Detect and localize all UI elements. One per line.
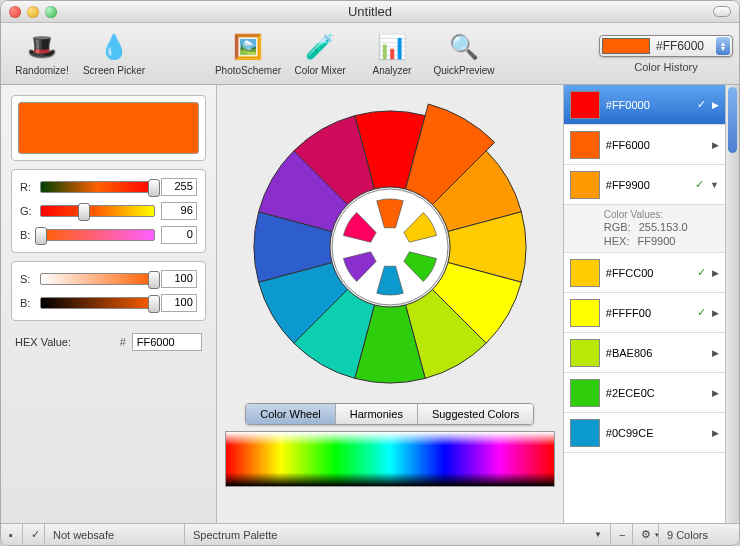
quickpreview-button[interactable]: 🔍 QuickPreview xyxy=(429,26,499,82)
disclosure-arrow-icon[interactable]: ▶ xyxy=(712,388,719,398)
history-item[interactable]: #FF9900 ✓ ▼ xyxy=(564,165,725,205)
sb-sliders: S: 100 B: 100 xyxy=(11,261,206,321)
disclosure-arrow-icon[interactable]: ▶ xyxy=(712,100,719,110)
history-list: #FF0000 ✓ ▶ #FF6000 ▶ #FF9900 ✓ ▼Color V… xyxy=(564,85,725,523)
center-panel: Color Wheel Harmonies Suggested Colors xyxy=(217,85,563,523)
g-slider[interactable] xyxy=(40,205,155,217)
history-swatch xyxy=(570,131,600,159)
s-value[interactable]: 100 xyxy=(161,270,197,288)
hex-dropdown[interactable]: #FF6000 ▲▼ xyxy=(599,35,733,57)
disclosure-arrow-icon[interactable]: ▶ xyxy=(712,348,719,358)
photoschemer-button[interactable]: 🖼️ PhotoSchemer xyxy=(213,26,283,82)
history-hex: #FF0000 xyxy=(606,99,691,111)
randomize-button[interactable]: 🎩 Randomize! xyxy=(7,26,77,82)
hex-dropdown-swatch xyxy=(602,38,650,54)
color-history-label: Color History xyxy=(634,61,698,73)
b2-slider[interactable] xyxy=(40,297,155,309)
disclosure-arrow-icon[interactable]: ▶ xyxy=(712,140,719,150)
current-swatch-box xyxy=(11,95,206,161)
history-item[interactable]: #FFFF00 ✓ ▶ xyxy=(564,293,725,333)
tab-color-wheel[interactable]: Color Wheel xyxy=(246,404,336,424)
status-bar: ▪ ✓ Not websafe Spectrum Palette▼ − ⚙▾ 9… xyxy=(1,523,739,545)
status-swatch-button[interactable]: ▪ xyxy=(1,524,23,545)
stepper-arrows-icon[interactable]: ▲▼ xyxy=(716,37,730,55)
history-swatch xyxy=(570,339,600,367)
mixer-icon: 🧪 xyxy=(304,31,336,63)
hex-dropdown-value: #FF6000 xyxy=(650,39,716,53)
b2-label: B: xyxy=(20,297,34,309)
history-item[interactable]: #BAE806 ▶ xyxy=(564,333,725,373)
analyzer-button[interactable]: 📊 Analyzer xyxy=(357,26,427,82)
b-label: B: xyxy=(20,229,34,241)
toolbar-toggle-button[interactable] xyxy=(713,6,731,17)
close-button[interactable] xyxy=(9,6,21,18)
history-hex: #0C99CE xyxy=(606,427,706,439)
disclosure-arrow-icon[interactable]: ▶ xyxy=(712,428,719,438)
history-swatch xyxy=(570,379,600,407)
zoom-button[interactable] xyxy=(45,6,57,18)
left-panel: R: 255 G: 96 B: 0 S: xyxy=(1,85,217,523)
history-item[interactable]: #FF0000 ✓ ▶ xyxy=(564,85,725,125)
current-color-swatch xyxy=(18,102,199,154)
history-scrollbar[interactable] xyxy=(725,85,739,523)
hex-hash: # xyxy=(120,336,126,348)
s-slider[interactable] xyxy=(40,273,155,285)
magnifier-icon: 🔍 xyxy=(448,31,480,63)
history-swatch xyxy=(570,91,600,119)
status-websafe: Not websafe xyxy=(45,524,185,545)
color-wheel[interactable] xyxy=(240,97,540,397)
status-gear-button[interactable]: ⚙▾ xyxy=(633,524,659,545)
minimize-button[interactable] xyxy=(27,6,39,18)
tab-harmonies[interactable]: Harmonies xyxy=(336,404,418,424)
hex-label: HEX Value: xyxy=(15,336,71,348)
history-hex: #2ECE0C xyxy=(606,387,706,399)
b-slider[interactable] xyxy=(40,229,155,241)
tab-suggested-colors[interactable]: Suggested Colors xyxy=(418,404,533,424)
history-item[interactable]: #FF6000 ▶ xyxy=(564,125,725,165)
history-hex: #BAE806 xyxy=(606,347,706,359)
check-icon: ✓ xyxy=(697,266,706,279)
check-icon: ✓ xyxy=(697,306,706,319)
s-label: S: xyxy=(20,273,34,285)
titlebar: Untitled xyxy=(1,1,739,23)
disclosure-arrow-icon[interactable]: ▶ xyxy=(712,308,719,318)
r-label: R: xyxy=(20,181,34,193)
status-count: 9 Colors xyxy=(659,524,739,545)
spectrum-palette[interactable] xyxy=(225,431,555,487)
status-check-button[interactable]: ✓ xyxy=(23,524,45,545)
color-history-panel: #FF0000 ✓ ▶ #FF6000 ▶ #FF9900 ✓ ▼Color V… xyxy=(563,85,739,523)
photo-icon: 🖼️ xyxy=(232,31,264,63)
status-minus-button[interactable]: − xyxy=(611,524,633,545)
center-tabs: Color Wheel Harmonies Suggested Colors xyxy=(245,403,534,425)
history-hex: #FFCC00 xyxy=(606,267,691,279)
check-icon: ✓ xyxy=(697,98,706,111)
g-value[interactable]: 96 xyxy=(161,202,197,220)
color-mixer-button[interactable]: 🧪 Color Mixer xyxy=(285,26,355,82)
history-item[interactable]: #FFCC00 ✓ ▶ xyxy=(564,253,725,293)
r-value[interactable]: 255 xyxy=(161,178,197,196)
r-slider[interactable] xyxy=(40,181,155,193)
magic-hat-icon: 🎩 xyxy=(26,31,58,63)
history-swatch xyxy=(570,171,600,199)
window-title: Untitled xyxy=(1,4,739,19)
history-hex: #FF9900 xyxy=(606,179,689,191)
disclosure-arrow-icon[interactable]: ▶ xyxy=(712,268,719,278)
analyzer-icon: 📊 xyxy=(376,31,408,63)
hex-input[interactable] xyxy=(132,333,202,351)
history-swatch xyxy=(570,419,600,447)
history-color-values: Color Values: RGB:255.153.0 HEX:FF9900 xyxy=(564,205,725,253)
b-value[interactable]: 0 xyxy=(161,226,197,244)
history-hex: #FFFF00 xyxy=(606,307,691,319)
history-item[interactable]: #2ECE0C ▶ xyxy=(564,373,725,413)
history-swatch xyxy=(570,299,600,327)
check-icon: ✓ xyxy=(695,178,704,191)
status-spectrum[interactable]: Spectrum Palette▼ xyxy=(185,524,611,545)
rgb-sliders: R: 255 G: 96 B: 0 xyxy=(11,169,206,253)
eyedropper-icon: 💧 xyxy=(98,31,130,63)
history-hex: #FF6000 xyxy=(606,139,706,151)
b2-value[interactable]: 100 xyxy=(161,294,197,312)
toolbar: 🎩 Randomize! 💧 Screen Picker 🖼️ PhotoSch… xyxy=(1,23,739,85)
screen-picker-button[interactable]: 💧 Screen Picker xyxy=(79,26,149,82)
disclosure-arrow-icon[interactable]: ▼ xyxy=(710,180,719,190)
history-item[interactable]: #0C99CE ▶ xyxy=(564,413,725,453)
